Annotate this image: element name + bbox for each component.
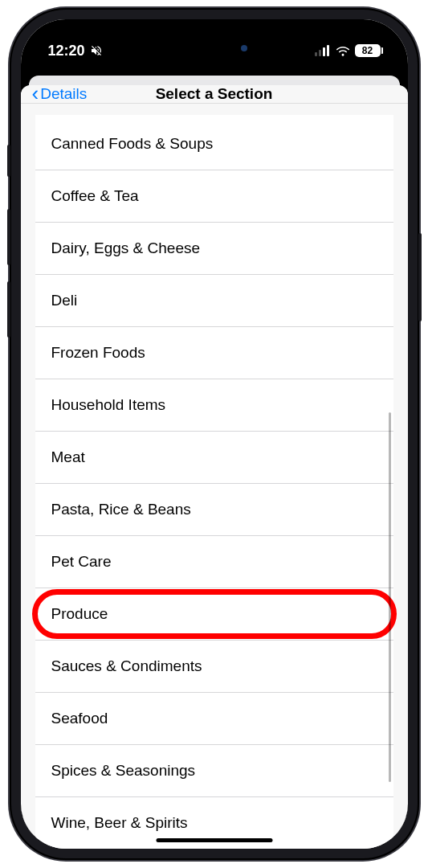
- list-item[interactable]: Coffee & Tea: [35, 170, 393, 223]
- svg-rect-3: [327, 45, 329, 56]
- list-item-label: Dairy, Eggs & Cheese: [51, 240, 201, 257]
- svg-rect-0: [315, 52, 317, 56]
- list-item-label: Frozen Foods: [51, 344, 145, 362]
- list-item[interactable]: Dairy, Eggs & Cheese: [35, 223, 393, 275]
- scroll-indicator[interactable]: [389, 412, 391, 782]
- silent-icon: [90, 44, 103, 57]
- dynamic-island: [162, 34, 267, 63]
- back-label: Details: [40, 85, 87, 103]
- section-list[interactable]: Canned Foods & Soups Coffee & Tea Dairy,…: [35, 115, 393, 849]
- list-item-label: Meat: [51, 448, 85, 466]
- volume-up-button: [7, 209, 10, 265]
- modal-sheet: ‹ Details Select a Section Canned Foods …: [21, 85, 408, 849]
- content-area: ‹ Details Select a Section Canned Foods …: [21, 68, 408, 849]
- svg-rect-2: [323, 47, 325, 56]
- list-item-label: Household Items: [51, 396, 166, 414]
- power-button: [418, 233, 422, 321]
- volume-down-button: [7, 281, 10, 338]
- phone-frame: 12:20 82 ‹ Details Select a Se: [10, 8, 419, 860]
- list-item-label: Wine, Beer & Spirits: [51, 814, 188, 832]
- list-item-label: Produce: [51, 605, 108, 623]
- list-item[interactable]: Meat: [35, 432, 393, 484]
- chevron-left-icon: ‹: [32, 85, 39, 104]
- list-item[interactable]: Household Items: [35, 379, 393, 432]
- svg-rect-1: [319, 50, 321, 56]
- list-item[interactable]: Sauces & Condiments: [35, 641, 393, 693]
- list-item[interactable]: Frozen Foods: [35, 327, 393, 379]
- battery-indicator: 82: [355, 44, 381, 57]
- list-item-label: Coffee & Tea: [51, 187, 139, 205]
- navigation-bar: ‹ Details Select a Section: [21, 85, 408, 104]
- list-item[interactable]: Deli: [35, 275, 393, 327]
- page-title: Select a Section: [156, 85, 273, 103]
- status-time: 12:20: [48, 43, 85, 59]
- cellular-icon: [315, 45, 331, 56]
- list-item-label: Canned Foods & Soups: [51, 135, 214, 153]
- list-item[interactable]: Pet Care: [35, 536, 393, 588]
- list-item-label: Pasta, Rice & Beans: [51, 501, 191, 518]
- back-button[interactable]: ‹ Details: [32, 85, 88, 104]
- list-item-label: Pet Care: [51, 553, 112, 571]
- list-item[interactable]: Pasta, Rice & Beans: [35, 484, 393, 536]
- list-item-label: Spices & Seasonings: [51, 762, 196, 780]
- list-item-label: Seafood: [51, 710, 108, 727]
- phone-screen: 12:20 82 ‹ Details Select a Se: [21, 19, 408, 849]
- list-item-label: Sauces & Condiments: [51, 657, 202, 675]
- list-item[interactable]: Spices & Seasonings: [35, 745, 393, 797]
- list-item[interactable]: Seafood: [35, 693, 393, 745]
- wifi-icon: [336, 45, 350, 56]
- silence-switch: [7, 145, 10, 177]
- list-item-label: Deli: [51, 292, 78, 309]
- home-indicator[interactable]: [156, 838, 272, 842]
- list-item-produce[interactable]: Produce: [35, 588, 393, 641]
- list-item[interactable]: Canned Foods & Soups: [35, 118, 393, 170]
